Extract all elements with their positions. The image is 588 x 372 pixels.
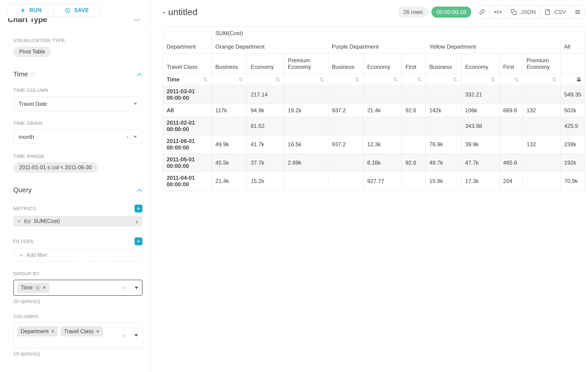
pivot-row-total-cell: 238k	[560, 135, 585, 154]
sort-icon[interactable]: ⇅	[275, 76, 280, 82]
metric-item[interactable]: × f(x) SUM(Cost) ›	[13, 216, 142, 227]
pivot-sort-cell: ⇅	[363, 74, 402, 85]
pivot-value-cell	[523, 117, 560, 135]
metrics-label: METRICS	[13, 206, 36, 211]
sort-icon[interactable]: ⇅	[491, 76, 495, 82]
pivot-value-cell: 15.2k	[247, 172, 284, 191]
view-query-button[interactable]: </>	[489, 5, 506, 19]
time-range-label: TIME RANGE	[13, 153, 142, 159]
sort-icon[interactable]: ⇅	[417, 76, 422, 82]
remove-tag-icon[interactable]: ×	[96, 328, 99, 335]
pivot-value-cell: 132	[523, 104, 560, 117]
pivot-value-cell: 142k	[426, 104, 461, 117]
chevron-down-icon	[133, 136, 137, 138]
query-section-header[interactable]: Query	[13, 186, 142, 194]
pivot-class-header: Economy	[363, 53, 402, 74]
sort-icon[interactable]: ⇅	[393, 76, 398, 82]
add-metric-button[interactable]: +	[135, 205, 142, 213]
export-csv-button[interactable]: .CSV	[540, 5, 570, 19]
pivot-value-cell	[328, 154, 363, 172]
remove-tag-icon[interactable]: ×	[51, 328, 54, 335]
metric-name: SUM(Cost)	[33, 218, 60, 224]
pivot-value-cell	[328, 85, 363, 104]
sort-cell-content: ⇅	[429, 76, 457, 82]
add-filter-plus-button[interactable]: +	[135, 237, 142, 245]
pivot-value-cell: 21.4k	[211, 172, 247, 191]
add-filter-button[interactable]: + Add filter	[13, 249, 142, 262]
more-options-button[interactable]	[570, 5, 585, 19]
pivot-value-cell: 343.98	[461, 117, 499, 135]
visualization-type-value[interactable]: Pivot Table	[13, 46, 51, 57]
clear-icon[interactable]: ×	[122, 332, 126, 339]
pivot-class-header: Business	[211, 53, 247, 74]
info-icon: i	[35, 285, 40, 290]
app: RUN SAVE Chart Type VISUALIZATION TYPE P…	[0, 0, 588, 372]
chart-title[interactable]: - untitled	[163, 7, 198, 17]
time-grain-select[interactable]: month ×	[13, 130, 142, 144]
visualization-type-label: VISUALIZATION TYPE	[13, 38, 142, 43]
export-json-button[interactable]: .JSON	[506, 5, 540, 19]
pivot-column-axis-label: Department	[163, 40, 212, 53]
pivot-sort-cell-all: ⇊	[560, 74, 585, 85]
remove-metric-icon[interactable]: ×	[17, 218, 21, 225]
pivot-table-container: SUM(Cost)DepartmentOrange DepartmentPurp…	[163, 26, 585, 191]
pivot-row-total-cell: 502k	[560, 104, 585, 117]
clear-icon[interactable]: ×	[122, 284, 126, 291]
pivot-row-header: 2011-04-01 00:00:00	[163, 172, 212, 191]
sort-icon[interactable]: ⇅	[452, 76, 457, 82]
pivot-value-cell: 465.6	[499, 154, 523, 172]
pivot-value-cell: 332.21	[461, 85, 499, 104]
pivot-class-header: Business	[426, 53, 461, 74]
sort-icon[interactable]: ⇅	[319, 76, 324, 82]
pivot-sort-cell: ⇅	[211, 74, 247, 85]
time-range-value[interactable]: 2011-01-01 ≤ col < 2011-06-30	[13, 162, 98, 173]
pivot-value-cell	[211, 85, 247, 104]
chevron-up-icon[interactable]	[136, 188, 142, 192]
pivot-class-header: First	[402, 53, 426, 74]
pivot-row-total-cell: 70.9k	[560, 172, 585, 191]
pivot-value-cell	[328, 172, 363, 191]
pivot-all-column-header: All	[560, 40, 585, 53]
run-button[interactable]: RUN	[8, 4, 54, 17]
time-header-content: Time⇅	[167, 76, 208, 83]
caret-right-icon[interactable]: ›	[136, 218, 138, 225]
pivot-value-cell	[284, 172, 328, 191]
run-save-bar: RUN SAVE	[0, 0, 150, 17]
share-link-button[interactable]	[475, 5, 490, 19]
pivot-value-cell	[499, 85, 523, 104]
pivot-value-cell: 37.7k	[247, 154, 284, 172]
pivot-value-cell: 94.9k	[247, 104, 284, 117]
pivot-sort-cell: ⇅	[523, 74, 560, 85]
sort-icon[interactable]: ⇅	[203, 76, 208, 82]
pivot-value-cell	[523, 85, 560, 104]
save-button-label: SAVE	[74, 7, 89, 13]
sort-desc-icon[interactable]: ⇊	[576, 76, 581, 82]
pivot-data-row: 2011-03-01 00:00:00217.14332.21549.35	[163, 85, 585, 104]
run-button-label: RUN	[29, 7, 41, 13]
columns-tag: Department ×	[17, 326, 58, 336]
sort-icon[interactable]: ⇅	[238, 76, 243, 82]
time-section-header[interactable]: Time i	[13, 70, 142, 78]
pivot-value-cell: 669.6	[499, 104, 523, 117]
group-by-select[interactable]: Time i × ×	[13, 280, 142, 296]
chevron-up-icon[interactable]	[136, 72, 142, 76]
pivot-metric-header: SUM(Cost)	[211, 27, 585, 40]
columns-tag-label: Department	[21, 328, 49, 335]
code-icon: </>	[494, 9, 502, 15]
time-column-label: TIME COLUMN	[13, 87, 142, 93]
columns-select[interactable]: Department × Travel Class × ×	[13, 322, 142, 348]
sort-icon[interactable]: ⇅	[514, 76, 519, 82]
save-button[interactable]: SAVE	[54, 4, 100, 17]
sort-icon[interactable]: ⇅	[552, 76, 557, 82]
time-grain-value: month	[19, 134, 34, 140]
sort-icon[interactable]: ⇅	[355, 76, 359, 82]
menu-icon	[575, 9, 581, 15]
time-column-select[interactable]: Travel Date	[13, 97, 142, 111]
clear-icon[interactable]: ×	[126, 133, 129, 141]
pivot-value-cell: 217.14	[247, 85, 284, 104]
remove-tag-icon[interactable]: ×	[43, 285, 46, 291]
sort-cell-content: ⇅	[405, 76, 422, 82]
pivot-row-header: 2011-03-01 00:00:00	[163, 85, 212, 104]
pivot-sort-cell: ⇅	[461, 74, 499, 85]
sort-cell-content: ⇅	[332, 76, 359, 82]
